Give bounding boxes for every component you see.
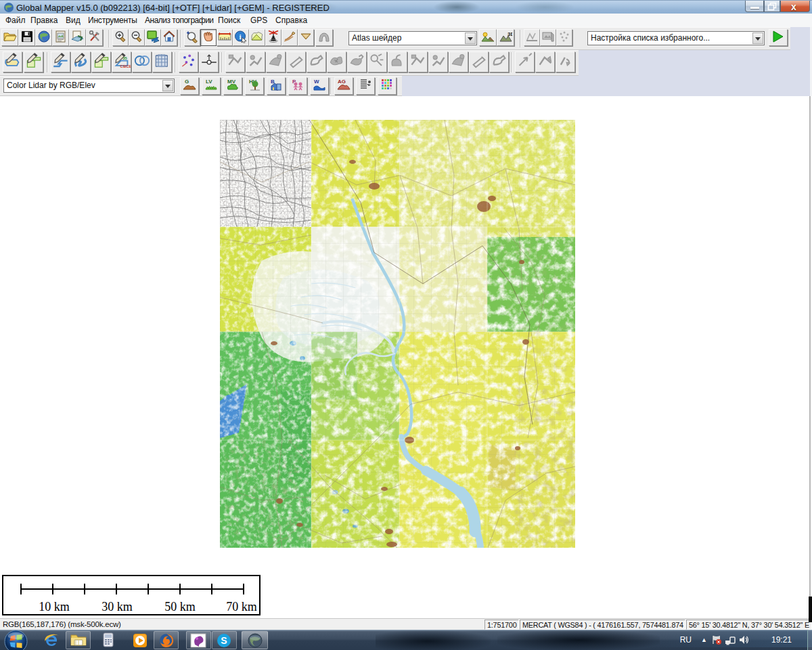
svg-text:70 km: 70 km: [226, 600, 257, 613]
svg-text:i: i: [239, 32, 241, 40]
svg-text:35: 35: [122, 56, 127, 60]
svg-text:3D: 3D: [508, 31, 512, 37]
svg-text:W: W: [314, 79, 319, 85]
svg-text:10 km: 10 km: [39, 600, 70, 613]
svg-text:MV: MV: [227, 79, 236, 85]
svg-text:LV: LV: [206, 79, 212, 85]
svg-text:AG: AG: [338, 79, 346, 85]
svg-text:S: S: [221, 635, 227, 646]
svg-text:CBCB: CBCB: [120, 64, 131, 68]
svg-text:30 km: 30 km: [102, 600, 133, 613]
svg-text:G: G: [185, 79, 189, 85]
svg-text:50 km: 50 km: [164, 600, 196, 613]
